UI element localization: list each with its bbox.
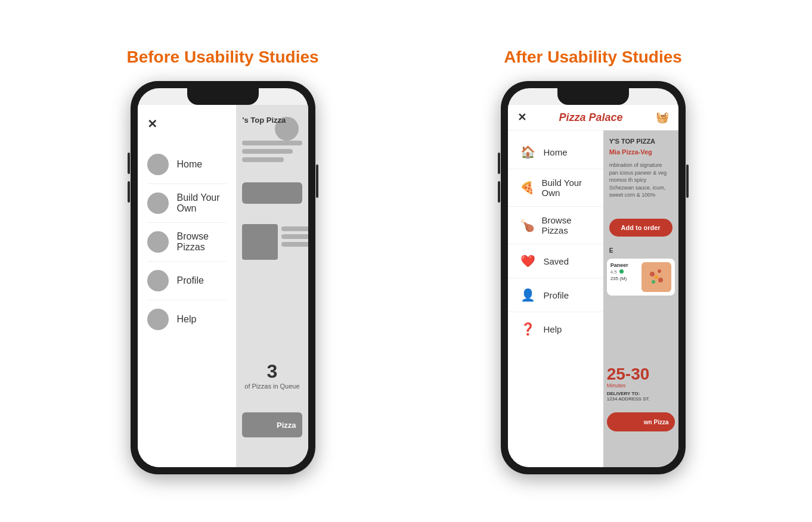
before-section: Before Usability Studies ✕ Home — [126, 48, 318, 474]
after-pizza-card: Paneer 4.5 235 (M) — [607, 259, 675, 296]
content-line-2 — [242, 149, 293, 154]
after-nav-home[interactable]: 🏠 Home — [508, 135, 603, 169]
power-button — [316, 164, 318, 198]
after-nav-profile[interactable]: 👤 Profile — [508, 278, 603, 312]
before-card-image — [242, 224, 278, 260]
after-saved-label: Saved — [544, 256, 569, 266]
after-help-icon: ❓ — [520, 321, 537, 337]
after-browse-label: Browse Pizzas — [542, 215, 591, 235]
after-nav-browse[interactable]: 🍗 Browse Pizzas — [508, 207, 603, 244]
before-nav-home[interactable]: Home — [147, 145, 227, 184]
after-basket-icon[interactable]: 🧺 — [656, 111, 669, 124]
after-volume-up-button — [498, 153, 500, 174]
after-build-label: Build Your Own — [542, 178, 591, 198]
after-close-button[interactable]: ✕ — [517, 111, 526, 124]
content-line-3 — [242, 157, 284, 162]
svg-point-5 — [655, 275, 658, 279]
after-saved-icon: ❤️ — [520, 253, 537, 269]
phone-notch — [187, 88, 259, 105]
rating-dot — [619, 269, 624, 274]
after-pizza-price: 235 (M) — [610, 276, 638, 281]
before-build-pizza-button[interactable]: Pizza — [242, 412, 302, 437]
before-close-button[interactable]: ✕ — [147, 117, 227, 131]
after-phone-notch — [557, 88, 629, 105]
before-home-label: Home — [177, 159, 203, 170]
after-nav-saved[interactable]: ❤️ Saved — [508, 244, 603, 278]
after-body: 🏠 Home 🍕 Build Your Own 🍗 Browse Pizzas — [508, 130, 678, 467]
queue-label: of Pizzas in Queue — [236, 383, 308, 390]
before-build-avatar — [147, 192, 169, 214]
card-line-1 — [281, 226, 308, 231]
after-browse-icon: 🍗 — [520, 217, 535, 234]
after-delivery-time: 25-30 — [607, 366, 675, 383]
before-content-lines — [242, 141, 302, 162]
after-section: After Usability Studies ✕ Pizza Palace 🧺 — [501, 48, 686, 474]
before-main-content: 's Top Pizza — [236, 105, 308, 467]
after-add-to-order-button[interactable]: Add to order — [609, 219, 672, 237]
svg-point-2 — [658, 269, 661, 273]
before-profile-avatar — [147, 270, 169, 291]
after-delivery-address: 1234 ADDRESS ST. — [607, 396, 675, 402]
before-queue-info: 3 of Pizzas in Queue — [236, 361, 308, 390]
page-container: Before Usability Studies ✕ Home — [0, 24, 812, 498]
after-build-icon: 🍕 — [520, 179, 535, 196]
after-title: After Usability Studies — [504, 48, 682, 67]
before-browse-label: Browse Pizzas — [177, 231, 227, 253]
before-build-btn-label: Pizza — [277, 421, 296, 430]
before-content-title: 's Top Pizza — [242, 116, 286, 125]
after-help-label: Help — [544, 324, 562, 334]
before-profile-label: Profile — [177, 275, 204, 286]
after-delivery-to-label: DELIVERY TO: — [607, 391, 675, 396]
after-add-label: Add to order — [621, 224, 661, 231]
after-sidebar: 🏠 Home 🍕 Build Your Own 🍗 Browse Pizzas — [508, 130, 603, 467]
after-section-e-label: E — [609, 247, 613, 254]
after-pizza-card-info: Paneer 4.5 235 (M) — [610, 262, 638, 292]
before-home-avatar — [147, 154, 169, 175]
before-nav-profile[interactable]: Profile — [147, 262, 227, 300]
after-app-title: Pizza Palace — [559, 111, 622, 124]
after-build-btn-label: wn Pizza — [644, 419, 669, 425]
after-app-header: ✕ Pizza Palace 🧺 — [508, 105, 678, 130]
before-phone-screen: ✕ Home Build Your Own Browse Pizzas — [138, 88, 308, 467]
after-volume-down-button — [498, 181, 500, 203]
volume-up-button — [128, 153, 130, 174]
after-phone-frame: ✕ Pizza Palace 🧺 🏠 Home 🍕 — [501, 81, 686, 474]
before-browse-avatar — [147, 231, 169, 253]
after-delivery-info: 25-30 Minutes DELIVERY TO: 1234 ADDRESS … — [607, 366, 675, 402]
svg-point-3 — [658, 278, 663, 282]
before-phone-frame: ✕ Home Build Your Own Browse Pizzas — [131, 81, 315, 474]
after-minutes-label: Minutes — [607, 383, 675, 389]
after-profile-label: Profile — [544, 290, 569, 300]
card-line-3 — [281, 242, 308, 247]
before-help-label: Help — [177, 314, 197, 325]
after-home-icon: 🏠 — [520, 144, 537, 160]
queue-number: 3 — [236, 361, 308, 383]
before-screen-content: ✕ Home Build Your Own Browse Pizzas — [138, 88, 308, 467]
card-line-2 — [281, 234, 308, 239]
before-nav-browse[interactable]: Browse Pizzas — [147, 223, 227, 262]
before-title: Before Usability Studies — [126, 48, 318, 67]
before-nav-help[interactable]: Help — [147, 300, 227, 338]
svg-point-4 — [652, 280, 655, 284]
after-build-pizza-button[interactable]: wn Pizza — [607, 412, 675, 431]
after-screen-content: ✕ Pizza Palace 🧺 🏠 Home 🍕 — [508, 88, 678, 467]
before-nav-build[interactable]: Build Your Own — [147, 184, 227, 223]
before-action-button[interactable] — [242, 182, 302, 204]
after-nav-help[interactable]: ❓ Help — [508, 312, 603, 346]
before-card — [242, 224, 302, 260]
before-sidebar: ✕ Home Build Your Own Browse Pizzas — [138, 105, 237, 467]
after-paneer-title: Paneer — [610, 262, 638, 268]
after-pizza-description: mbination of signature pan icious paneer… — [609, 161, 672, 199]
after-phone-screen: ✕ Pizza Palace 🧺 🏠 Home 🍕 — [508, 88, 678, 467]
before-build-label: Build Your Own — [177, 192, 227, 214]
after-pizza-rating: 4.5 — [610, 269, 638, 275]
after-pizza-name: Mia Pizza-Veg — [609, 148, 652, 156]
volume-down-button — [128, 181, 130, 203]
after-profile-icon: 👤 — [520, 287, 537, 303]
after-main-content: Y'S TOP PIZZA Mia Pizza-Veg mbination of… — [603, 130, 678, 467]
content-line-1 — [242, 141, 302, 145]
after-top-pizza-label: Y'S TOP PIZZA — [609, 138, 655, 145]
after-power-button — [686, 164, 689, 198]
after-nav-build[interactable]: 🍕 Build Your Own — [508, 169, 603, 207]
before-card-lines — [281, 224, 308, 260]
